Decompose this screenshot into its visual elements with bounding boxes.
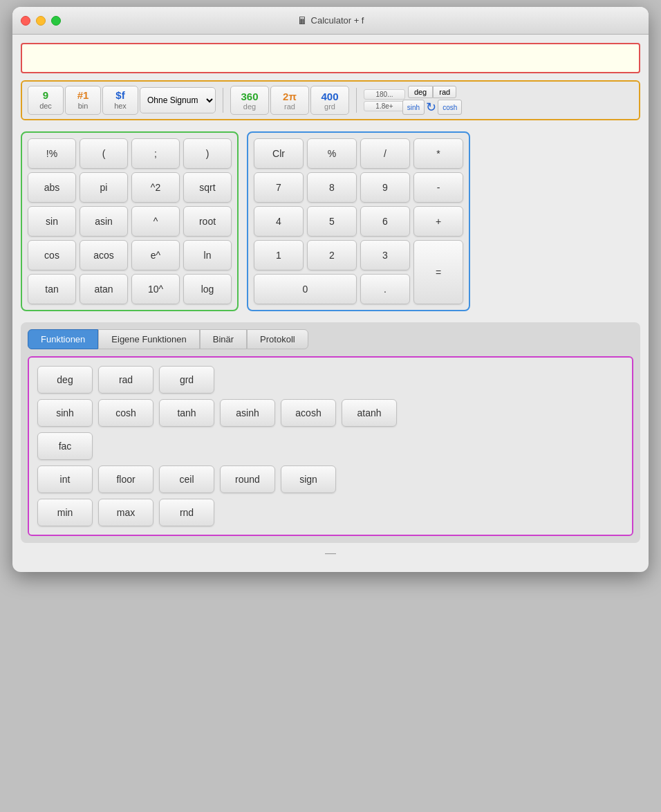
function-row: intfloorceilroundsign	[37, 465, 624, 493]
sinh-cosh-row: sinh ↻ cosh	[402, 100, 462, 115]
num-btn-[interactable]: /	[360, 138, 410, 169]
num-btn-2[interactable]: 2	[307, 240, 357, 270]
fn-btn-atanh[interactable]: atanh	[342, 399, 397, 427]
function-row: degradgrd	[37, 366, 624, 394]
num-btn-7[interactable]: 7	[254, 172, 304, 203]
num-btn-4[interactable]: 4	[254, 206, 304, 237]
fn-btn-acosh[interactable]: acosh	[281, 399, 336, 427]
num-btn-clr[interactable]: Clr	[254, 138, 304, 169]
tab-binär[interactable]: Binär	[200, 329, 247, 349]
func-btn-e[interactable]: e^	[131, 240, 180, 270]
func-btn-root[interactable]: root	[183, 206, 232, 237]
tab-protokoll[interactable]: Protokoll	[247, 329, 308, 349]
bottom-handle: —	[21, 543, 640, 564]
fn-btn-asinh[interactable]: asinh	[220, 399, 275, 427]
bin-button[interactable]: #1 bin	[65, 86, 101, 115]
maximize-button[interactable]	[51, 16, 61, 26]
deg-rad-row: deg rad	[408, 86, 456, 98]
num-btn-[interactable]: %	[307, 138, 357, 169]
rotate-icon: ↻	[426, 100, 436, 115]
func-btn-[interactable]: (	[80, 138, 128, 169]
display-input[interactable]	[28, 51, 633, 66]
num-btn-6[interactable]: 6	[360, 206, 410, 237]
fn-btn-floor[interactable]: floor	[98, 465, 153, 493]
func-btn-10[interactable]: 10^	[131, 274, 180, 304]
toolbar-divider-1	[223, 88, 223, 113]
display-small-top: 180...	[364, 89, 405, 100]
fn-btn-cosh[interactable]: cosh	[98, 399, 153, 427]
fn-btn-sign[interactable]: sign	[281, 465, 336, 493]
function-row: sinhcoshtanhasinhacoshatanh	[37, 399, 624, 427]
fn-btn-min[interactable]: min	[37, 499, 93, 526]
func-btn-[interactable]: ;	[131, 138, 180, 169]
fn-btn-ceil[interactable]: ceil	[159, 465, 214, 493]
number-grid: Clr%/*789-456+123=0.	[254, 138, 463, 304]
functions-panel: degradgrdsinhcoshtanhasinhacoshatanhfaci…	[28, 356, 633, 536]
num-btn-9[interactable]: 9	[360, 172, 410, 203]
fn-btn-tanh[interactable]: tanh	[159, 399, 214, 427]
minimize-button[interactable]	[36, 16, 46, 26]
func-btn-acos[interactable]: acos	[80, 240, 128, 270]
num-btn-8[interactable]: 8	[307, 172, 357, 203]
toolbar-divider-2	[356, 88, 357, 113]
func-btn-atan[interactable]: atan	[80, 274, 128, 304]
fn-btn-int[interactable]: int	[37, 465, 93, 493]
func-btn-pi[interactable]: pi	[80, 172, 128, 203]
zero-button[interactable]: 0	[254, 274, 357, 304]
traffic-lights	[21, 16, 61, 26]
grd-angle-button[interactable]: 400 grd	[310, 86, 349, 115]
function-grid: !%(;)abspi^2sqrtsinasin^rootcosacose^lnt…	[28, 138, 232, 304]
fn-btn-max[interactable]: max	[98, 499, 153, 526]
function-pad: !%(;)abspi^2sqrtsinasin^rootcosacose^lnt…	[21, 131, 239, 311]
close-button[interactable]	[21, 16, 30, 26]
value-display-group: 180... 1.8e+	[364, 89, 405, 111]
func-btn-cos[interactable]: cos	[28, 240, 76, 270]
equals-button[interactable]: =	[413, 240, 463, 304]
dec-button[interactable]: 9 dec	[28, 86, 64, 115]
fn-btn-rad[interactable]: rad	[98, 366, 153, 394]
func-btn-[interactable]: ^	[131, 206, 180, 237]
number-pad: Clr%/*789-456+123=0.	[247, 131, 470, 311]
num-btn-1[interactable]: 1	[254, 240, 304, 270]
num-btn-[interactable]: *	[413, 138, 463, 169]
deg-rad-rad-button[interactable]: rad	[433, 86, 456, 98]
calculator-window: 🖩 Calculator + f 9 dec #1 bin $f hex	[12, 7, 649, 572]
number-base-group: 9 dec #1 bin $f hex Ohne Signum Mit Sign…	[28, 86, 216, 115]
cosh-button[interactable]: cosh	[438, 100, 462, 115]
deg-rad-deg-button[interactable]: deg	[408, 86, 433, 98]
trig-rotate-group: deg rad sinh ↻ cosh	[408, 86, 456, 115]
tab-eigene-funktionen[interactable]: Eigene Funktionen	[98, 329, 199, 349]
func-btn-2[interactable]: ^2	[131, 172, 180, 203]
display-small-bottom: 1.8e+	[364, 101, 405, 111]
func-btn-abs[interactable]: abs	[28, 172, 76, 203]
num-btn-3[interactable]: 3	[360, 240, 410, 270]
func-btn-sqrt[interactable]: sqrt	[183, 172, 232, 203]
fn-btn-rnd[interactable]: rnd	[159, 499, 214, 526]
hex-button[interactable]: $f hex	[102, 86, 138, 115]
func-btn-[interactable]: )	[183, 138, 232, 169]
tab-funktionen[interactable]: Funktionen	[28, 329, 98, 349]
num-btn-5[interactable]: 5	[307, 206, 357, 237]
func-btn-log[interactable]: log	[183, 274, 232, 304]
fn-btn-round[interactable]: round	[220, 465, 275, 493]
calculator-section: !%(;)abspi^2sqrtsinasin^rootcosacose^lnt…	[21, 131, 640, 311]
func-btn-tan[interactable]: tan	[28, 274, 76, 304]
deg-angle-button[interactable]: 360 deg	[230, 86, 269, 115]
func-btn-ln[interactable]: ln	[183, 240, 232, 270]
display-area	[21, 43, 640, 73]
fn-btn-fac[interactable]: fac	[37, 432, 93, 460]
fn-btn-grd[interactable]: grd	[159, 366, 214, 394]
func-btn-sin[interactable]: sin	[28, 206, 76, 237]
fn-btn-deg[interactable]: deg	[37, 366, 93, 394]
func-btn-[interactable]: !%	[28, 138, 76, 169]
window-title: 🖩 Calculator + f	[297, 15, 364, 26]
sinh-button[interactable]: sinh	[402, 100, 425, 115]
num-btn-[interactable]: .	[360, 274, 410, 304]
num-btn-[interactable]: +	[413, 206, 463, 237]
func-btn-asin[interactable]: asin	[80, 206, 128, 237]
rad-angle-button[interactable]: 2π rad	[270, 86, 309, 115]
fn-btn-sinh[interactable]: sinh	[37, 399, 93, 427]
num-btn-[interactable]: -	[413, 172, 463, 203]
function-row: minmaxrnd	[37, 499, 624, 526]
signum-select[interactable]: Ohne Signum Mit Signum	[140, 87, 216, 113]
